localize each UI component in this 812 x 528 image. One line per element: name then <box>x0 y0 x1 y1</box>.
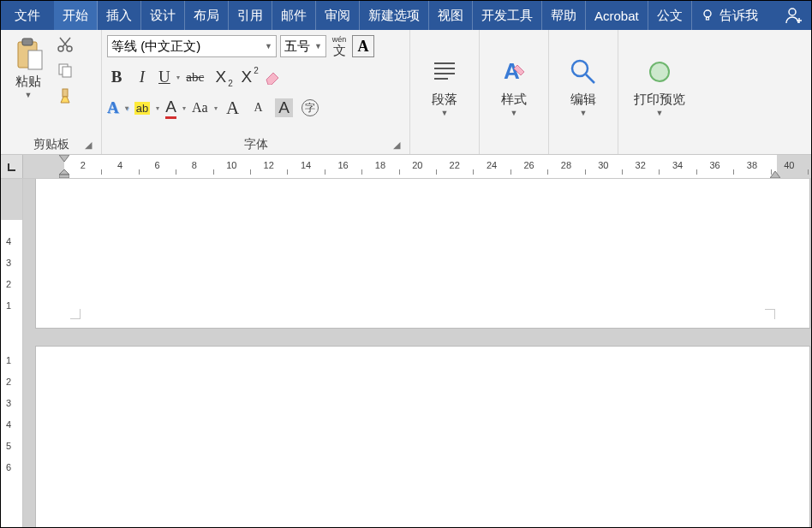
clear-formatting-button[interactable] <box>263 67 282 87</box>
find-icon <box>564 53 602 91</box>
ruler-tick: 30 <box>598 160 608 170</box>
ruler-tick: 32 <box>636 160 646 170</box>
editing-button[interactable]: 编辑 ▼ <box>561 51 606 119</box>
tab-insert[interactable]: 插入 <box>98 1 141 30</box>
font-name-combo[interactable]: 等线 (中文正文)▼ <box>107 35 277 57</box>
tab-design[interactable]: 设计 <box>141 1 185 30</box>
svg-rect-4 <box>22 39 33 45</box>
font-color-button[interactable]: A <box>165 98 185 118</box>
ruler-tick: 1 <box>6 355 11 365</box>
svg-rect-5 <box>28 50 42 69</box>
person-add-icon <box>785 6 803 25</box>
page-1[interactable] <box>35 179 810 329</box>
ruler-tick: 4 <box>6 236 11 246</box>
ruler-vertical[interactable]: 1234123456 <box>1 179 23 527</box>
svg-point-0 <box>704 10 711 17</box>
font-dialog-launcher[interactable]: ◢ <box>391 139 403 151</box>
document-area[interactable] <box>23 179 811 527</box>
text-effects-button[interactable]: A <box>107 98 128 118</box>
char-shading-button[interactable]: A <box>275 98 294 118</box>
group-styles: A 样式 ▼ <box>480 30 549 154</box>
tab-newtab[interactable]: 新建选项 <box>360 1 429 30</box>
ruler-tick: 2 <box>81 160 86 170</box>
ruler-tick: 3 <box>6 398 11 408</box>
tab-devtools[interactable]: 开发工具 <box>473 1 542 30</box>
tab-layout[interactable]: 布局 <box>185 1 229 30</box>
svg-rect-10 <box>63 89 68 97</box>
styles-button[interactable]: A 样式 ▼ <box>492 51 536 119</box>
ruler-tick: 10 <box>226 160 236 170</box>
ruler-tick: 14 <box>301 160 311 170</box>
grow-font-button[interactable]: A <box>224 98 242 118</box>
eraser-icon <box>263 69 282 85</box>
ruler-tick: 24 <box>487 160 497 170</box>
work-area: 1234123456 <box>1 179 811 527</box>
copy-button[interactable] <box>54 59 76 81</box>
tab-file[interactable]: 文件 <box>1 1 54 30</box>
indent-marker-right-icon[interactable] <box>770 171 780 178</box>
group-paragraph: 段落 ▼ <box>410 30 480 154</box>
ruler-tick: 6 <box>154 160 159 170</box>
paragraph-icon <box>426 53 463 91</box>
title-bar: 文件 开始 插入 设计 布局 引用 邮件 审阅 新建选项 视图 开发工具 帮助 … <box>1 1 811 30</box>
tab-selector[interactable] <box>1 155 23 178</box>
tab-stop-icon <box>7 162 17 172</box>
clipboard-dialog-launcher[interactable]: ◢ <box>82 139 94 151</box>
copy-icon <box>57 62 74 79</box>
ruler-tick: 38 <box>747 160 757 170</box>
subscript-button[interactable]: X2 <box>212 67 230 87</box>
chevron-down-icon: ▼ <box>510 109 518 117</box>
clipboard-icon <box>9 35 47 73</box>
ruler-tick: 3 <box>6 258 11 268</box>
tab-gongwen[interactable]: 公文 <box>648 1 692 30</box>
italic-button[interactable]: I <box>133 67 152 87</box>
highlight-button[interactable]: ab <box>134 98 158 118</box>
chevron-down-icon: ▼ <box>441 109 449 117</box>
ruler-tick: 2 <box>6 279 11 289</box>
change-case-button[interactable]: Aa <box>192 98 217 118</box>
tab-help[interactable]: 帮助 <box>542 1 586 30</box>
indent-marker-bottom-icon[interactable] <box>59 169 69 178</box>
ruler-tick: 28 <box>561 160 571 170</box>
ruler-tick: 40 <box>784 160 794 170</box>
tab-home[interactable]: 开始 <box>54 1 98 30</box>
shrink-font-button[interactable]: A <box>249 98 268 118</box>
indent-marker-top-icon[interactable] <box>59 155 69 162</box>
tab-acrobat[interactable]: Acrobat <box>586 1 648 30</box>
tab-view[interactable]: 视图 <box>429 1 473 30</box>
tab-review[interactable]: 审阅 <box>316 1 360 30</box>
page-2[interactable] <box>35 346 810 527</box>
paragraph-button[interactable]: 段落 ▼ <box>422 51 467 119</box>
lightbulb-icon <box>701 9 714 22</box>
print-preview-button[interactable]: 打印预览 ▼ <box>630 51 689 119</box>
ruler-tick: 6 <box>6 462 11 472</box>
tell-me-search[interactable]: 告诉我 <box>692 1 767 30</box>
strikethrough-button[interactable]: abc <box>186 67 205 87</box>
ruler-tick: 34 <box>672 160 683 170</box>
group-print-preview: 打印预览 ▼ <box>618 30 701 154</box>
tab-mailings[interactable]: 邮件 <box>272 1 316 30</box>
enclose-chars-button[interactable]: 字 <box>301 98 319 118</box>
ruler-tick: 18 <box>375 160 385 170</box>
ruler-horizontal[interactable]: 246810121416182022242628303234363840 <box>1 155 811 179</box>
superscript-button[interactable]: X2 <box>237 67 256 87</box>
scissors-icon <box>57 36 74 53</box>
share-button[interactable] <box>777 1 811 30</box>
tab-references[interactable]: 引用 <box>229 1 272 30</box>
underline-button[interactable]: U <box>158 67 179 87</box>
ruler-tick: 5 <box>6 441 11 451</box>
ruler-tick: 1 <box>6 300 11 311</box>
paste-button[interactable]: 粘贴 ▼ <box>6 33 51 101</box>
phonetic-guide-button[interactable]: wén文 <box>330 36 349 56</box>
styles-icon: A <box>495 53 533 91</box>
font-size-combo[interactable]: 五号▼ <box>280 35 326 57</box>
ruler-tick: 4 <box>6 419 11 430</box>
ribbon: 粘贴 ▼ 剪贴板◢ 等线 (中文正文)▼ 五号▼ wén文 A B I U <box>1 30 811 155</box>
cut-button[interactable] <box>54 33 76 56</box>
bold-button[interactable]: B <box>107 67 126 87</box>
chevron-down-icon: ▼ <box>580 109 588 117</box>
char-border-button[interactable]: A <box>352 35 374 57</box>
svg-point-12 <box>572 61 588 76</box>
ruler-tick: 12 <box>264 160 274 170</box>
format-painter-button[interactable] <box>54 85 76 107</box>
